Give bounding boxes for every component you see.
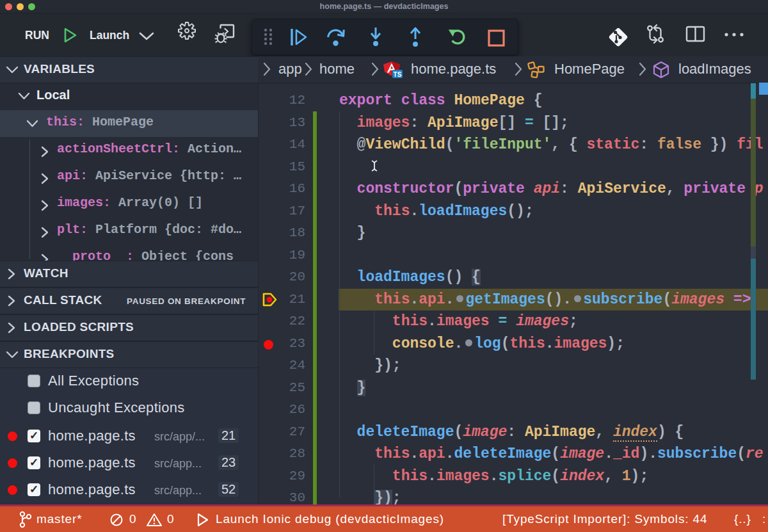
svg-text:TS: TS [394, 71, 402, 78]
